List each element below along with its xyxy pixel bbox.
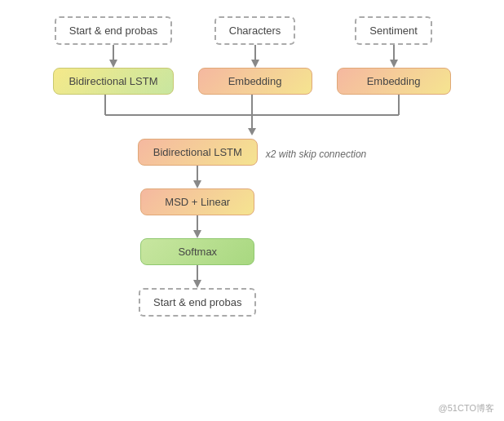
svg-marker-3 bbox=[251, 60, 259, 68]
embedding-right: Embedding bbox=[337, 68, 451, 95]
svg-marker-5 bbox=[390, 60, 398, 68]
connector-svg bbox=[56, 95, 448, 135]
svg-marker-11 bbox=[248, 128, 256, 135]
arrow-main-2 bbox=[192, 215, 203, 238]
msd-linear: MSD + Linear bbox=[140, 188, 254, 215]
diagram-container: Start & end probas Bidirectional LSTM Ch… bbox=[0, 0, 504, 421]
svg-marker-1 bbox=[109, 60, 117, 68]
middle-section: Bidirectional LSTM MSD + Linear Softmax … bbox=[8, 139, 496, 317]
left-col: Start & end probas Bidirectional LSTM bbox=[53, 16, 173, 95]
dashed-top-middle: Characters bbox=[214, 16, 296, 45]
arrow-right-down bbox=[388, 45, 400, 68]
main-col: Bidirectional LSTM MSD + Linear Softmax … bbox=[138, 139, 258, 317]
dashed-bottom: Start & end probas bbox=[139, 288, 256, 317]
connector-area bbox=[56, 95, 448, 135]
svg-marker-13 bbox=[193, 180, 201, 188]
svg-marker-15 bbox=[193, 230, 201, 238]
svg-marker-17 bbox=[193, 280, 201, 288]
dashed-top-left: Start & end probas bbox=[55, 16, 172, 45]
top-row: Start & end probas Bidirectional LSTM Ch… bbox=[8, 16, 496, 95]
arrow-main-1 bbox=[192, 166, 203, 188]
middle-col: Characters Embedding bbox=[198, 16, 312, 95]
watermark: @51CTO博客 bbox=[439, 402, 494, 414]
bidirectional-lstm-main: Bidirectional LSTM bbox=[138, 139, 258, 166]
arrow-main-3 bbox=[192, 265, 203, 288]
embedding-middle: Embedding bbox=[198, 68, 312, 95]
bidirectional-lstm-left: Bidirectional LSTM bbox=[53, 68, 173, 95]
arrow-left-down bbox=[108, 45, 119, 68]
dashed-top-right: Sentiment bbox=[355, 16, 432, 45]
arrow-middle-down bbox=[250, 45, 261, 68]
skip-connection-label: x2 with skip connection bbox=[266, 148, 366, 160]
softmax: Softmax bbox=[140, 238, 254, 265]
right-col: Sentiment Embedding bbox=[337, 16, 451, 95]
